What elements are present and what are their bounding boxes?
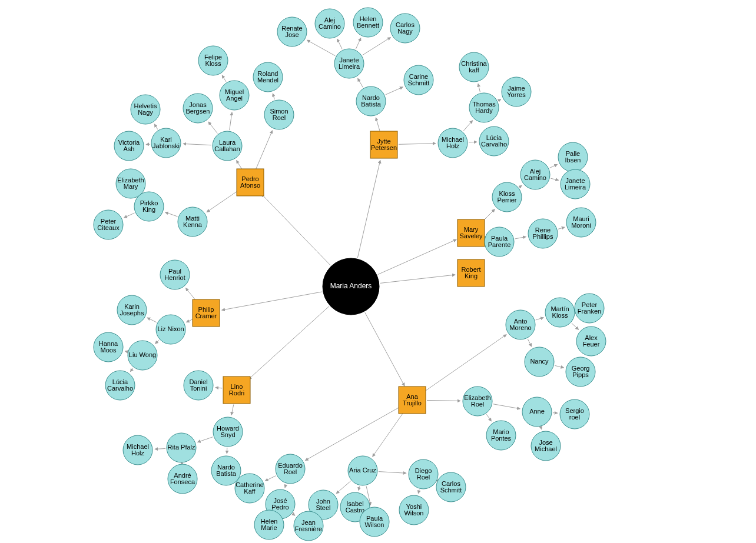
node-shape[interactable] bbox=[485, 227, 514, 256]
node-shape[interactable] bbox=[213, 131, 242, 161]
node-anto[interactable]: AntoMoreno bbox=[506, 310, 535, 339]
node-elizr[interactable]: ElizabethRoel bbox=[463, 387, 492, 416]
node-matti[interactable]: MattiKenna bbox=[178, 207, 207, 236]
node-shape[interactable] bbox=[114, 131, 144, 161]
node-alej2[interactable]: AlejCamino bbox=[520, 160, 550, 189]
node-martin[interactable]: MartínKloss bbox=[545, 298, 575, 327]
node-mario[interactable]: MarioPontes bbox=[486, 421, 516, 450]
node-eduardo[interactable]: EduardoRoel bbox=[276, 454, 305, 484]
node-shape[interactable] bbox=[463, 387, 492, 416]
node-shape[interactable] bbox=[560, 399, 589, 429]
node-shape[interactable] bbox=[323, 258, 379, 315]
node-liu[interactable]: Liu Wong bbox=[128, 341, 157, 370]
node-victoria[interactable]: VictoriaAsh bbox=[114, 131, 144, 161]
node-alexf[interactable]: AlexFeuer bbox=[576, 327, 606, 356]
node-laura[interactable]: LauraCallahan bbox=[213, 131, 242, 161]
node-shape[interactable] bbox=[348, 456, 377, 485]
node-roland[interactable]: RolandMendel bbox=[253, 62, 283, 92]
node-shape[interactable] bbox=[178, 207, 207, 236]
node-hanna[interactable]: HannaMoos bbox=[94, 332, 123, 362]
node-klossp[interactable]: KlossPerrier bbox=[492, 182, 522, 212]
node-shape[interactable] bbox=[123, 435, 152, 465]
node-shape[interactable] bbox=[399, 495, 429, 525]
node-shape[interactable] bbox=[264, 100, 294, 129]
node-shape[interactable] bbox=[105, 371, 135, 400]
node-jean[interactable]: JeanFresnière bbox=[294, 511, 323, 541]
node-shape[interactable] bbox=[469, 93, 499, 122]
node-lino[interactable]: LinoRodri bbox=[223, 377, 250, 404]
node-nardo[interactable]: NardoBatista bbox=[356, 86, 386, 116]
node-karl[interactable]: KarlJablonski bbox=[151, 128, 181, 158]
node-liz[interactable]: Liz Nixon bbox=[156, 315, 185, 344]
node-shape[interactable] bbox=[315, 9, 344, 38]
node-peterf[interactable]: PeterFranken bbox=[575, 294, 604, 323]
node-jonas[interactable]: JonasBergsen bbox=[183, 94, 213, 123]
node-shape[interactable] bbox=[168, 464, 197, 494]
node-shape[interactable] bbox=[184, 371, 213, 400]
node-georg[interactable]: GeorgPipps bbox=[566, 357, 595, 387]
node-shape[interactable] bbox=[223, 377, 250, 404]
node-shape[interactable] bbox=[457, 219, 485, 246]
node-christina[interactable]: Christinakaff bbox=[459, 52, 489, 82]
node-shape[interactable] bbox=[558, 142, 588, 172]
node-thomas[interactable]: ThomasHardy bbox=[469, 93, 499, 122]
node-shape[interactable] bbox=[220, 81, 249, 110]
node-michaelh2[interactable]: MichaelHolz bbox=[123, 435, 152, 465]
node-shape[interactable] bbox=[459, 52, 489, 82]
node-paul[interactable]: PaulHenriot bbox=[160, 260, 190, 289]
node-elizmary[interactable]: ElizabethMary bbox=[116, 169, 145, 198]
node-shape[interactable] bbox=[438, 128, 467, 158]
node-shape[interactable] bbox=[566, 357, 595, 387]
node-shape[interactable] bbox=[237, 169, 264, 196]
node-felipe[interactable]: FelipeKloss bbox=[198, 46, 228, 75]
node-shape[interactable] bbox=[213, 417, 243, 447]
node-josem[interactable]: JoseMichael bbox=[531, 431, 561, 461]
node-shape[interactable] bbox=[353, 8, 383, 37]
node-rene[interactable]: RenePhillips bbox=[528, 219, 558, 248]
node-shape[interactable] bbox=[409, 459, 438, 489]
node-shape[interactable] bbox=[520, 160, 550, 189]
node-shape[interactable] bbox=[334, 49, 364, 78]
node-shape[interactable] bbox=[253, 62, 283, 92]
node-jytte[interactable]: JyttePetersen bbox=[370, 131, 397, 158]
node-paula[interactable]: PaulaParente bbox=[485, 227, 514, 256]
node-rita[interactable]: Rita Pfalz bbox=[167, 433, 196, 462]
node-yoshi[interactable]: YoshiWilson bbox=[399, 495, 429, 525]
node-shape[interactable] bbox=[254, 510, 284, 539]
node-pedro[interactable]: PedroAfonso bbox=[237, 169, 264, 196]
node-shape[interactable] bbox=[575, 294, 604, 323]
node-carloss[interactable]: CarlosSchmitt bbox=[436, 472, 466, 502]
node-shape[interactable] bbox=[276, 454, 305, 484]
node-janete[interactable]: JaneteLimeira bbox=[334, 49, 364, 78]
node-mauri[interactable]: MauriMoroni bbox=[566, 208, 596, 237]
node-shape[interactable] bbox=[198, 46, 228, 75]
node-lucia2[interactable]: LúciaCarvalho bbox=[105, 371, 135, 400]
node-nardo2[interactable]: NardoBatista bbox=[211, 456, 241, 485]
node-andre[interactable]: AndréFonseca bbox=[168, 464, 197, 494]
node-shape[interactable] bbox=[399, 387, 426, 414]
node-shape[interactable] bbox=[151, 128, 181, 158]
node-shape[interactable] bbox=[128, 341, 157, 370]
node-shape[interactable] bbox=[522, 397, 552, 427]
node-shape[interactable] bbox=[360, 507, 389, 537]
node-shape[interactable] bbox=[370, 131, 397, 158]
node-anne[interactable]: Anne bbox=[522, 397, 552, 427]
node-lucia1[interactable]: LúciaCarvalho bbox=[479, 126, 509, 156]
node-shape[interactable] bbox=[492, 182, 522, 212]
node-shape[interactable] bbox=[235, 474, 264, 503]
node-shape[interactable] bbox=[356, 86, 386, 116]
node-shape[interactable] bbox=[486, 421, 516, 450]
node-shape[interactable] bbox=[404, 65, 433, 95]
node-shape[interactable] bbox=[211, 456, 241, 485]
node-aria[interactable]: Aria Cruz bbox=[348, 456, 377, 485]
node-shape[interactable] bbox=[94, 210, 123, 239]
node-shape[interactable] bbox=[525, 347, 554, 377]
node-sergio[interactable]: Sergioroel bbox=[560, 399, 589, 429]
node-daniel[interactable]: DanielTonini bbox=[184, 371, 213, 400]
node-shape[interactable] bbox=[116, 169, 145, 198]
node-shape[interactable] bbox=[566, 208, 596, 237]
node-shape[interactable] bbox=[502, 77, 531, 106]
node-michaelh[interactable]: MichaelHolz bbox=[438, 128, 467, 158]
node-cnagy[interactable]: CarlosNagy bbox=[390, 14, 420, 43]
node-shape[interactable] bbox=[506, 310, 535, 339]
